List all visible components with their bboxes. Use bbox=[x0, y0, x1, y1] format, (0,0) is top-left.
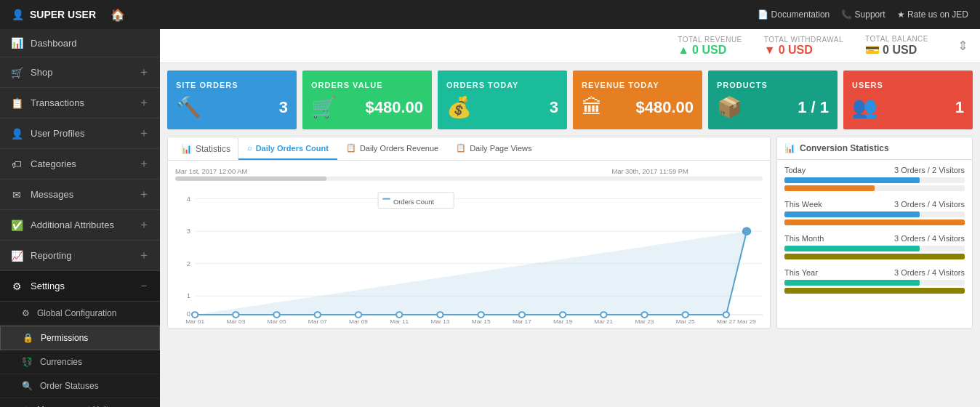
categories-expand-icon: ＋ bbox=[138, 156, 150, 172]
daily-orders-revenue-icon: 📋 bbox=[346, 143, 356, 153]
support-link[interactable]: 📞 Support bbox=[841, 9, 885, 20]
orders-value-value: $480.00 bbox=[341, 98, 423, 117]
products-value: 1 / 1 bbox=[747, 98, 829, 117]
card-revenue-today[interactable]: REVENUE TODAY 🏛 $480.00 bbox=[573, 70, 702, 129]
sidebar-subitem-permissions[interactable]: 🔒 Permissions bbox=[0, 326, 160, 350]
total-withdrawal-stat: TOTAL WITHDRAWAL ▼ 0 USD bbox=[764, 36, 843, 57]
sidebar-label-categories: Categories bbox=[31, 158, 76, 169]
conv-this-week-bar1 bbox=[784, 211, 965, 217]
conv-this-week-label: This Week bbox=[784, 200, 822, 209]
chart-svg: Mar 1st, 2017 12:00 AM Mar 30th, 2017 11… bbox=[174, 165, 764, 323]
svg-point-28 bbox=[641, 312, 647, 318]
users-value: 1 bbox=[882, 98, 964, 117]
conv-this-year-fill2 bbox=[784, 288, 965, 294]
revenue-today-icon: 🏛 bbox=[582, 95, 602, 119]
conv-today-bar2 bbox=[784, 185, 965, 191]
sidebar-subitem-currencies[interactable]: 💱 Currencies bbox=[0, 350, 160, 374]
total-revenue-stat: TOTAL REVENUE ▲ 0 USD bbox=[678, 36, 742, 57]
tab-daily-orders-revenue[interactable]: 📋 Daily Orders Revenue bbox=[337, 137, 447, 160]
sidebar-item-shop[interactable]: 🛒 Shop ＋ bbox=[0, 57, 160, 88]
conv-this-month-text: 3 Orders / 4 Visitors bbox=[894, 234, 965, 243]
daily-orders-count-icon: ○ bbox=[247, 144, 252, 153]
svg-text:Mar 17: Mar 17 bbox=[513, 318, 531, 323]
sidebar-item-settings[interactable]: ⚙ Settings － bbox=[0, 271, 160, 302]
currencies-icon: 💱 bbox=[22, 357, 33, 367]
documentation-link[interactable]: 📄 Documentation bbox=[758, 9, 830, 20]
chart-body: Mar 1st, 2017 12:00 AM Mar 30th, 2017 11… bbox=[168, 161, 770, 328]
chart-tabs-bar: 📊 Statistics ○ Daily Orders Count 📋 Dail… bbox=[168, 137, 770, 161]
header-stats-bar: TOTAL REVENUE ▲ 0 USD TOTAL WITHDRAWAL ▼… bbox=[160, 29, 980, 63]
sidebar-item-additional-attributes[interactable]: ✅ Additional Attributes ＋ bbox=[0, 210, 160, 241]
card-site-orders-title: SITE ORDERS bbox=[176, 81, 238, 89]
site-orders-value: 3 bbox=[206, 98, 288, 117]
svg-point-26 bbox=[560, 312, 566, 318]
total-balance-value: 💳 0 USD bbox=[865, 43, 928, 57]
tab-daily-orders-count[interactable]: ○ Daily Orders Count bbox=[238, 138, 337, 160]
svg-point-25 bbox=[519, 312, 525, 318]
transactions-icon: 📋 bbox=[10, 97, 23, 110]
tab-daily-page-views[interactable]: 📋 Daily Page Views bbox=[447, 137, 540, 160]
card-orders-today[interactable]: ORDERS TODAY 💰 3 bbox=[438, 70, 567, 129]
conversion-header: 📊 Conversion Statistics bbox=[777, 137, 972, 160]
svg-rect-15 bbox=[382, 198, 390, 200]
svg-text:4: 4 bbox=[187, 196, 190, 203]
conv-this-year-fill1 bbox=[784, 280, 920, 286]
svg-point-30 bbox=[723, 312, 729, 318]
settings-expand-icon: － bbox=[138, 278, 150, 294]
sidebar-label-global-config: Global Configuration bbox=[37, 308, 116, 318]
sidebar-label-messages: Messages bbox=[31, 189, 73, 200]
global-config-icon: ⚙ bbox=[22, 308, 30, 318]
card-orders-value[interactable]: ORDERS VALUE 🛒 $480.00 bbox=[302, 70, 432, 129]
card-products-title: PRODUCTS bbox=[717, 81, 768, 89]
reporting-expand-icon: ＋ bbox=[138, 248, 150, 263]
conv-this-year-label: This Year bbox=[784, 268, 818, 277]
conv-this-week-fill1 bbox=[784, 211, 920, 217]
sidebar-item-dashboard[interactable]: 📊 Dashboard bbox=[0, 29, 160, 57]
daily-page-views-icon: 📋 bbox=[456, 143, 466, 153]
sidebar-item-reporting[interactable]: 📈 Reporting ＋ bbox=[0, 241, 160, 271]
app-title: SUPER USER bbox=[30, 9, 96, 20]
svg-text:Mar 23: Mar 23 bbox=[635, 318, 654, 323]
sidebar-subitem-global-config[interactable]: ⚙ Global Configuration bbox=[0, 302, 160, 326]
user-icon: 👤 bbox=[12, 9, 24, 20]
svg-text:2: 2 bbox=[187, 260, 190, 267]
revenue-today-value: $480.00 bbox=[606, 98, 694, 117]
svg-point-17 bbox=[192, 312, 198, 318]
conv-this-year-bar1 bbox=[784, 280, 965, 286]
sort-icon[interactable]: ⇕ bbox=[957, 38, 968, 54]
sidebar-item-categories[interactable]: 🏷 Categories ＋ bbox=[0, 149, 160, 180]
svg-text:Orders Count: Orders Count bbox=[393, 198, 435, 206]
svg-point-22 bbox=[396, 312, 402, 318]
card-site-orders[interactable]: SITE ORDERS 🔨 3 bbox=[167, 70, 297, 129]
sidebar-item-messages[interactable]: ✉ Messages ＋ bbox=[0, 180, 160, 210]
svg-text:0: 0 bbox=[187, 310, 190, 318]
sidebar-label-user-profiles: User Profiles bbox=[31, 128, 84, 139]
conv-today-bar1 bbox=[784, 177, 965, 183]
conv-row-this-week: This Week 3 Orders / 4 Visitors bbox=[784, 200, 965, 225]
svg-text:Mar 07: Mar 07 bbox=[308, 318, 327, 323]
sidebar-label-reporting: Reporting bbox=[31, 250, 71, 261]
sidebar-subitem-measurement-units[interactable]: ⚖ Measurement Units bbox=[0, 398, 160, 407]
rate-us-link[interactable]: ★ Rate us on JED bbox=[897, 9, 968, 20]
conv-this-month-fill2 bbox=[784, 254, 965, 259]
conv-row-this-month: This Month 3 Orders / 4 Visitors bbox=[784, 234, 965, 259]
home-icon[interactable]: 🏠 bbox=[111, 8, 125, 22]
sidebar-label-dashboard: Dashboard bbox=[31, 38, 77, 49]
sidebar-item-transactions[interactable]: 📋 Transactions ＋ bbox=[0, 88, 160, 118]
total-revenue-label: TOTAL REVENUE bbox=[678, 36, 742, 44]
withdrawal-down-icon: ▼ bbox=[764, 44, 776, 57]
main-layout: 📊 Dashboard 🛒 Shop ＋ 📋 Transactions ＋ 👤 … bbox=[0, 29, 980, 407]
sidebar-item-user-profiles[interactable]: 👤 User Profiles ＋ bbox=[0, 118, 160, 149]
sidebar-subitem-order-statuses[interactable]: 🔍 Order Statuses bbox=[0, 374, 160, 398]
revenue-up-icon: ▲ bbox=[678, 44, 689, 57]
svg-point-31 bbox=[743, 227, 750, 235]
card-products[interactable]: PRODUCTS 📦 1 / 1 bbox=[708, 70, 838, 129]
settings-icon: ⚙ bbox=[10, 280, 23, 293]
reporting-icon: 📈 bbox=[10, 249, 23, 262]
svg-point-27 bbox=[601, 312, 606, 318]
transactions-expand-icon: ＋ bbox=[138, 95, 150, 110]
conversion-title: Conversion Statistics bbox=[800, 143, 889, 153]
card-users[interactable]: USERS 👥 1 bbox=[843, 70, 973, 129]
conversion-body: Today 3 Orders / 2 Visitors bbox=[777, 160, 972, 308]
conversion-panel: 📊 Conversion Statistics Today 3 Orders /… bbox=[776, 137, 973, 329]
